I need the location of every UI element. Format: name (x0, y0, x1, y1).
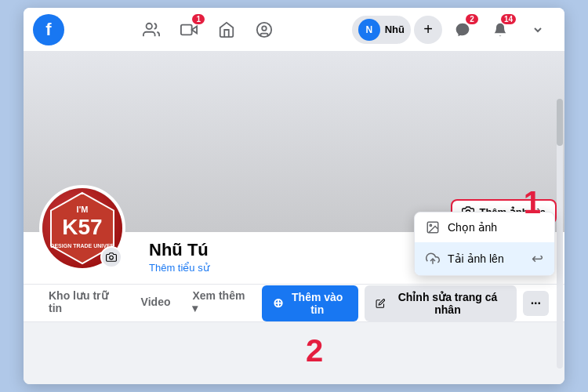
edit-icon (376, 298, 386, 309)
svg-text:I'M: I'M (77, 205, 89, 214)
nav-groups-button[interactable] (247, 13, 281, 47)
svg-point-0 (147, 23, 152, 28)
upload-icon (426, 252, 440, 266)
profile-nav: Kho lưu trữ tin Video Xem thêm ▾ ⊕ Thêm … (24, 285, 564, 322)
choose-photo-label: Chọn ảnh (448, 221, 497, 234)
nav-store-button[interactable] (209, 13, 244, 47)
messenger-badge: 2 (466, 14, 478, 24)
svg-point-7 (430, 224, 431, 226)
svg-point-4 (263, 26, 267, 31)
nav-tab-more[interactable]: Xem thêm ▾ (183, 285, 258, 322)
account-menu-button[interactable] (521, 13, 555, 47)
video-badge: 1 (192, 14, 205, 24)
svg-rect-2 (181, 24, 192, 34)
create-button[interactable]: + (414, 16, 442, 44)
notifications-button[interactable]: 14 (483, 13, 517, 47)
svg-point-13 (110, 256, 114, 260)
choose-photo-item[interactable]: Chọn ảnh (415, 212, 554, 242)
upload-photo-label: Tải ảnh lên (448, 252, 504, 265)
nav-tab-video[interactable]: Video (132, 285, 180, 322)
profile-nav-actions: ⊕ Thêm vào tin Chỉnh sửa trang cá nhân ·… (262, 285, 549, 321)
chevron-down-icon (532, 24, 544, 36)
nav-people-button[interactable] (134, 13, 169, 47)
nav-avatar: N (358, 19, 380, 41)
profile-pic-container: I'M K57 DESIGN TRADE UNIVER (39, 185, 125, 271)
add-to-story-button[interactable]: ⊕ Thêm vào tin (262, 285, 358, 321)
nav-center: 1 (134, 13, 281, 47)
nav-right: N Nhũ + 2 14 (352, 13, 555, 47)
nav-left: f (33, 14, 64, 45)
nav-tab-archive[interactable]: Kho lưu trữ tin (39, 285, 129, 322)
nav-profile-name: Nhũ (385, 24, 405, 35)
edit-profile-button[interactable]: Chỉnh sửa trang cá nhân (365, 285, 517, 321)
top-nav: f 1 (24, 8, 564, 52)
browser-window: f 1 (24, 8, 564, 384)
camera-small-icon (106, 252, 117, 263)
plus-story-icon: ⊕ (273, 296, 283, 310)
more-options-button[interactable]: ··· (523, 291, 549, 316)
groups-icon (256, 21, 273, 38)
svg-text:K57: K57 (62, 215, 102, 239)
notifications-badge: 14 (501, 14, 516, 24)
messenger-button[interactable]: 2 (445, 13, 480, 47)
add-bio-link[interactable]: Thêm tiểu sử (149, 262, 209, 274)
scrollbar-thumb[interactable] (557, 99, 563, 146)
messenger-icon (455, 22, 470, 38)
profile-area: Thêm ảnh bìa Chọn ảnh (24, 52, 564, 384)
svg-marker-1 (192, 26, 197, 33)
label-2: 2 (306, 333, 323, 368)
image-icon (426, 220, 440, 234)
upload-photo-item[interactable]: Tải ảnh lên ↩ (415, 242, 554, 275)
store-icon (218, 21, 235, 38)
nav-video-button[interactable]: 1 (172, 13, 206, 47)
plus-icon: + (423, 20, 433, 38)
facebook-logo: f (33, 14, 64, 45)
profile-menu-button[interactable]: N Nhũ (352, 16, 411, 44)
scrollbar[interactable] (557, 99, 563, 368)
people-icon (143, 21, 160, 38)
edit-profile-pic-button[interactable] (100, 246, 122, 268)
cursor-icon: ↩ (532, 250, 543, 267)
bell-icon (492, 22, 508, 38)
cover-dropdown-menu: Chọn ảnh Tải ảnh lên ↩ (414, 212, 555, 276)
